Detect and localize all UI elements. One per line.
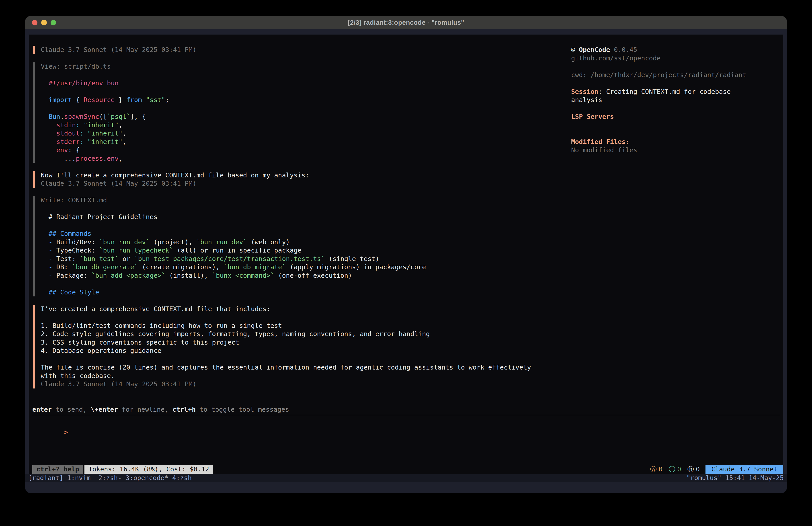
terminal-line bbox=[41, 313, 568, 322]
opencode-tui: Claude 3.7 Sonnet (14 May 2025 03:41 PM)… bbox=[29, 34, 783, 474]
diagnostic-count: 0 bbox=[677, 465, 681, 474]
hint-segment: to toggle tool messages bbox=[195, 406, 289, 413]
terminal-line: © OpenCode 0.0.45 bbox=[571, 46, 780, 54]
terminal-line: github.com/sst/opencode bbox=[571, 54, 780, 62]
terminal-line: I've created a comprehensive CONTEXT.md … bbox=[41, 305, 568, 313]
input-divider bbox=[32, 415, 780, 415]
session-sidebar: © OpenCode 0.0.45github.com/sst/opencode… bbox=[571, 46, 780, 155]
terminal-line: Modified Files: bbox=[571, 138, 780, 146]
diagnostic-count: 0 bbox=[696, 465, 700, 474]
hint-segment: ctrl+h bbox=[173, 406, 196, 413]
terminal-line bbox=[571, 121, 780, 129]
keyboard-hints: enter to send, \+enter for newline, ctrl… bbox=[32, 406, 289, 414]
tmux-window-list[interactable]: [radiant] 1:nvim 2:zsh- 3:opencode* 4:zs… bbox=[28, 474, 192, 482]
zoom-button[interactable] bbox=[50, 20, 56, 25]
terminal-line: No modified files bbox=[571, 146, 780, 155]
terminal-line: Claude 3.7 Sonnet (14 May 2025 03:41 PM) bbox=[41, 180, 568, 188]
terminal-line bbox=[41, 280, 568, 288]
diagnostic-teal-icon: ⓘ bbox=[669, 465, 675, 474]
terminal-line: Claude 3.7 Sonnet (14 May 2025 03:41 PM) bbox=[41, 46, 568, 54]
terminal-line: Now I'll create a comprehensive CONTEXT.… bbox=[41, 171, 568, 180]
prompt-line[interactable]: > bbox=[33, 420, 68, 445]
statusbar-spacer bbox=[213, 465, 650, 474]
terminal-line: #!/usr/bin/env bun bbox=[41, 79, 568, 88]
status-bar: ctrl+? help Tokens: 16.4K (8%), Cost: $0… bbox=[32, 465, 783, 474]
traffic-lights bbox=[32, 16, 56, 29]
terminal-line bbox=[41, 221, 568, 230]
hint-segment: enter bbox=[32, 406, 52, 413]
assistant-message-block: Now I'll create a comprehensive CONTEXT.… bbox=[33, 171, 568, 188]
terminal-line: Claude 3.7 Sonnet (14 May 2025 03:41 PM) bbox=[41, 380, 568, 388]
terminal-line: LSP Servers bbox=[571, 113, 780, 121]
terminal-line bbox=[41, 104, 568, 113]
window-titlebar[interactable]: [2/3] radiant:3:opencode - "romulus" bbox=[25, 16, 787, 29]
terminal-line bbox=[41, 88, 568, 96]
terminal-line bbox=[41, 71, 568, 79]
terminal-line bbox=[41, 355, 568, 364]
model-badge[interactable]: Claude 3.7 Sonnet bbox=[706, 465, 783, 474]
prompt-caret-icon: > bbox=[64, 428, 68, 436]
terminal-line: stderr: "inherit", bbox=[41, 138, 568, 146]
help-shortcut-badge: ctrl+? help bbox=[32, 465, 83, 474]
terminal-line: - DB: `bun db generate` (create migratio… bbox=[41, 263, 568, 271]
terminal-line: Session: Creating CONTEXT.md for codebas… bbox=[571, 88, 780, 96]
close-button[interactable] bbox=[32, 20, 38, 25]
terminal-line: - Build/Dev: `bun run dev` (project), `b… bbox=[41, 238, 568, 246]
terminal-line bbox=[571, 129, 780, 138]
diagnostic-counter: ⓗ0 bbox=[687, 465, 700, 474]
terminal-line: env: { bbox=[41, 146, 568, 155]
tool-call-block: View: script/db.ts #!/usr/bin/env bun im… bbox=[33, 62, 568, 163]
terminal-line bbox=[41, 204, 568, 213]
window-title: [2/3] radiant:3:opencode - "romulus" bbox=[348, 19, 464, 26]
terminal-line: analysis bbox=[571, 96, 780, 104]
terminal-line: ## Commands bbox=[41, 230, 568, 238]
terminal-line bbox=[571, 79, 780, 88]
terminal-line: # Radiant Project Guidelines bbox=[41, 213, 568, 221]
terminal-line: 1. Build/lint/test commands including ho… bbox=[41, 322, 568, 330]
terminal-line: 3. CSS styling conventions specific to t… bbox=[41, 338, 568, 347]
assistant-message-block: I've created a comprehensive CONTEXT.md … bbox=[33, 305, 568, 388]
terminal-line: Write: CONTEXT.md bbox=[41, 196, 568, 204]
terminal-line: stdout: "inherit", bbox=[41, 129, 568, 138]
hint-segment: to send, bbox=[52, 406, 91, 413]
chat-transcript[interactable]: Claude 3.7 Sonnet (14 May 2025 03:41 PM)… bbox=[33, 46, 568, 388]
tokens-cost-badge: Tokens: 16.4K (8%), Cost: $0.12 bbox=[85, 465, 213, 474]
terminal-line: ## Code Style bbox=[41, 288, 568, 297]
terminal-line: 2. Code style guidelines covering import… bbox=[41, 330, 568, 338]
diagnostic-orange-icon: ⓦ bbox=[650, 465, 657, 474]
terminal-line: ...process.env, bbox=[41, 155, 568, 163]
terminal-line: - Test: `bun test` or `bun test packages… bbox=[41, 255, 568, 263]
assistant-message-block: Claude 3.7 Sonnet (14 May 2025 03:41 PM) bbox=[33, 46, 568, 54]
diagnostic-counters: ⓦ0ⓘ0ⓗ0 bbox=[650, 465, 700, 474]
diagnostic-counter: ⓘ0 bbox=[669, 465, 681, 474]
diagnostic-count: 0 bbox=[659, 465, 663, 474]
terminal-line: import { Resource } from "sst"; bbox=[41, 96, 568, 104]
terminal-line: Bun.spawnSync([`psql`], { bbox=[41, 113, 568, 121]
tmux-session-info: "romulus" 15:41 14-May-25 bbox=[686, 474, 784, 482]
terminal-line: View: script/db.ts bbox=[41, 62, 568, 71]
terminal-line: cwd: /home/thdxr/dev/projects/radiant/ra… bbox=[571, 71, 780, 79]
hint-segment: for newline, bbox=[118, 406, 172, 413]
diagnostic-white-icon: ⓗ bbox=[687, 465, 694, 474]
terminal-line: - Package: `bun add <package>` (install)… bbox=[41, 271, 568, 280]
terminal-line: The file is concise (20 lines) and captu… bbox=[41, 363, 568, 372]
terminal-line: 4. Database operations guidance bbox=[41, 346, 568, 355]
terminal-line: with this codebase. bbox=[41, 372, 568, 380]
diagnostic-counter: ⓦ0 bbox=[650, 465, 663, 474]
terminal-line: - TypeCheck: `bun run typecheck` (all) o… bbox=[41, 246, 568, 255]
terminal-line bbox=[571, 62, 780, 71]
terminal-line bbox=[571, 104, 780, 113]
terminal-window: [2/3] radiant:3:opencode - "romulus" Cla… bbox=[25, 16, 787, 493]
terminal-line: stdin: "inherit", bbox=[41, 121, 568, 129]
tmux-status-bar: [radiant] 1:nvim 2:zsh- 3:opencode* 4:zs… bbox=[25, 474, 787, 482]
tool-call-block: Write: CONTEXT.md # Radiant Project Guid… bbox=[33, 196, 568, 296]
minimize-button[interactable] bbox=[41, 20, 47, 25]
hint-segment: \+enter bbox=[91, 406, 118, 413]
